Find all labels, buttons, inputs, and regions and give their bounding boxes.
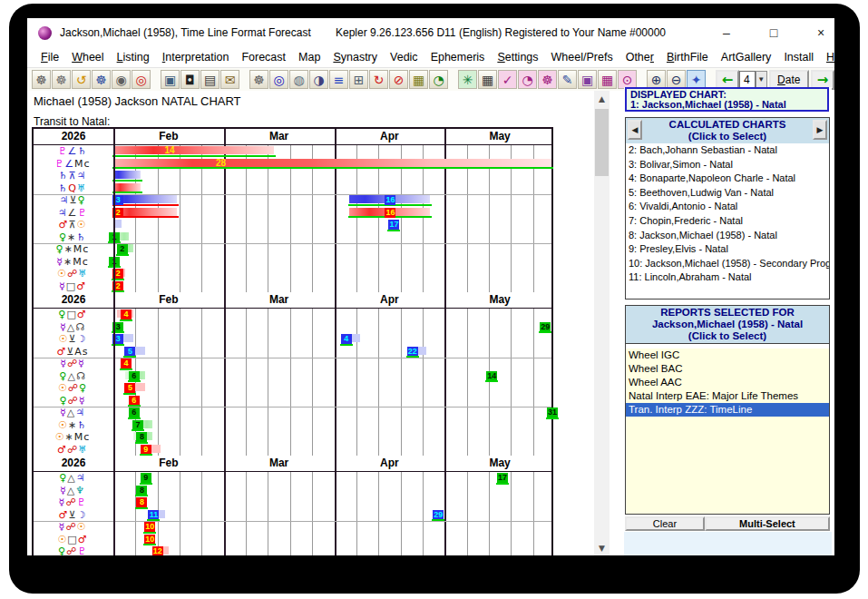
- scroll-down-icon[interactable]: ▼: [594, 540, 610, 555]
- grid-wheel-icon[interactable]: ▦: [409, 70, 428, 89]
- date-badge[interactable]: 5: [124, 347, 135, 357]
- report-item[interactable]: Natal Interp EAE: Major Life Themes: [626, 389, 829, 403]
- scroll-up-icon[interactable]: ▲: [594, 91, 610, 106]
- biwheel-icon[interactable]: ◉: [112, 70, 131, 89]
- calculated-chart-item[interactable]: 9: Presley,Elvis - Natal: [626, 242, 829, 257]
- pie-wheel-icon[interactable]: ☸: [538, 70, 557, 89]
- listing-icon[interactable]: ≡: [329, 70, 348, 89]
- calculated-chart-item[interactable]: 7: Chopin,Frederic - Natal: [626, 214, 829, 229]
- calculated-chart-item[interactable]: 2: Bach,Johann Sebastian - Natal: [626, 143, 829, 158]
- date-badge[interactable]: 6: [129, 408, 140, 417]
- om-icon[interactable]: ✳: [458, 70, 477, 89]
- menu-item-ephemeris[interactable]: Ephemeris: [424, 49, 492, 65]
- wheel-back-icon[interactable]: ↺: [72, 70, 91, 89]
- pages-icon[interactable]: ⊞: [349, 70, 368, 89]
- find-icon[interactable]: ⊙: [618, 70, 637, 89]
- menu-item-artgallery[interactable]: ArtGallery: [715, 49, 778, 65]
- date-badge[interactable]: 11: [148, 510, 159, 520]
- chart-count-dropdown-icon[interactable]: ▼: [756, 71, 767, 89]
- date-badge[interactable]: 8: [136, 486, 147, 496]
- date-badge[interactable]: 4: [121, 358, 132, 368]
- clock-icon[interactable]: ◔: [518, 70, 537, 89]
- save-icon[interactable]: ◘: [180, 70, 200, 89]
- report-item[interactable]: Tran. Interp ZZZ: TimeLine: [626, 403, 829, 417]
- calendar2-icon[interactable]: ▦: [598, 70, 617, 89]
- clear-button[interactable]: Clear: [625, 516, 705, 531]
- date-badge[interactable]: 22: [407, 347, 418, 357]
- menu-item-synastry[interactable]: Synastry: [327, 49, 384, 65]
- zoom-out-icon[interactable]: ⊖: [667, 70, 686, 89]
- wheel-aspect-icon[interactable]: ☸: [52, 70, 71, 89]
- day-night-icon[interactable]: ◑: [309, 70, 328, 89]
- menu-item-vedic[interactable]: Vedic: [384, 49, 424, 65]
- menu-item-interpretation[interactable]: Interpretation: [156, 49, 236, 65]
- date-badge[interactable]: 7: [132, 420, 143, 430]
- date-badge[interactable]: 4: [121, 309, 132, 319]
- calc-scroll-left-button[interactable]: ◀: [628, 120, 642, 140]
- calculated-chart-item[interactable]: 3: Bolivar,Simon - Natal: [626, 158, 829, 172]
- vertical-scrollbar[interactable]: ▲ ▼: [594, 91, 610, 555]
- scrollbar-thumb[interactable]: [595, 109, 609, 176]
- calculated-chart-item[interactable]: 6: Vivaldi,Antonio - Natal: [626, 200, 829, 214]
- notes-icon[interactable]: ✎: [558, 70, 577, 89]
- close-button[interactable]: ×: [800, 18, 834, 47]
- date-badge[interactable]: 29: [433, 510, 444, 520]
- chart-edit-icon[interactable]: ▣: [161, 70, 180, 89]
- maximize-button[interactable]: □: [753, 18, 795, 47]
- compass-icon[interactable]: ✦: [687, 70, 706, 89]
- date-badge[interactable]: 5: [124, 383, 135, 393]
- date-badge[interactable]: 12: [152, 546, 163, 555]
- calculated-chart-item[interactable]: 8: Jackson,Michael (1958) - Natal: [626, 229, 829, 243]
- calculated-chart-item[interactable]: 5: Beethoven,Ludwig Van - Natal: [626, 186, 829, 201]
- calculated-chart-item[interactable]: 10: Jackson,Michael (1958) - Secondary P…: [626, 257, 829, 271]
- date-badge[interactable]: 10: [144, 522, 155, 532]
- transit-bar[interactable]: [113, 146, 274, 154]
- minimize-button[interactable]: –: [706, 18, 747, 47]
- menu-item-map[interactable]: Map: [292, 49, 327, 65]
- date-badge[interactable]: 4: [341, 334, 352, 344]
- wheel-copy-icon[interactable]: ◍: [289, 70, 308, 89]
- date-badge[interactable]: 17: [388, 220, 399, 230]
- date-badge[interactable]: 6: [129, 396, 140, 406]
- menu-item-wheelprefs[interactable]: Wheel/Prefs: [545, 49, 619, 65]
- report-item[interactable]: Wheel IGC: [626, 349, 829, 362]
- date-badge[interactable]: 16: [385, 195, 395, 205]
- wheel-target-icon[interactable]: ◎: [132, 70, 151, 89]
- wheel-target2-icon[interactable]: ◎: [269, 70, 288, 89]
- transit-bar[interactable]: [113, 159, 551, 167]
- wheel-new-icon[interactable]: ☸: [32, 70, 51, 89]
- menu-item-install[interactable]: Install: [777, 49, 820, 65]
- date-badge[interactable]: 8: [136, 497, 147, 507]
- menu-item-other[interactable]: Other: [619, 49, 660, 65]
- date-badge[interactable]: 9: [141, 473, 151, 483]
- menu-item-settings[interactable]: Settings: [491, 49, 544, 65]
- calculated-chart-item[interactable]: 11: Lincoln,Abraham - Natal: [626, 270, 829, 285]
- date-badge[interactable]: 9: [141, 445, 151, 455]
- zoom-in-icon[interactable]: ⊕: [647, 70, 666, 89]
- date-badge[interactable]: 31: [547, 408, 558, 417]
- date-badge[interactable]: 2: [117, 244, 128, 254]
- recalc-icon[interactable]: ↻: [369, 70, 388, 89]
- report-item[interactable]: Wheel BAC: [626, 362, 829, 376]
- transit-bar[interactable]: [113, 171, 141, 179]
- report-item[interactable]: Wheel AAC: [626, 376, 829, 389]
- chart-count-value[interactable]: 4: [739, 71, 756, 89]
- wheel-off-icon[interactable]: ⊘: [389, 70, 408, 89]
- multi-select-button[interactable]: Multi-Select: [705, 516, 830, 531]
- transit-bar[interactable]: [113, 183, 141, 191]
- date-badge[interactable]: 6: [129, 371, 140, 381]
- date-badge[interactable]: 16: [385, 208, 395, 218]
- date-badge[interactable]: 29: [540, 322, 551, 332]
- date-badge[interactable]: 14: [486, 371, 497, 381]
- date-badge[interactable]: 17: [497, 473, 508, 483]
- calc-scroll-right-button[interactable]: ▶: [813, 120, 827, 140]
- menu-item-birthfile[interactable]: BirthFile: [660, 49, 715, 65]
- menu-item-help[interactable]: Help: [820, 49, 834, 65]
- menu-item-file[interactable]: File: [34, 49, 65, 65]
- menu-item-wheel[interactable]: Wheel: [65, 49, 110, 65]
- date-badge[interactable]: 8: [136, 432, 147, 442]
- date-badge[interactable]: 10: [144, 535, 155, 545]
- picture-icon[interactable]: ▣: [578, 70, 597, 89]
- menu-item-listing[interactable]: Listing: [111, 49, 156, 65]
- check-icon[interactable]: ✓: [498, 70, 517, 89]
